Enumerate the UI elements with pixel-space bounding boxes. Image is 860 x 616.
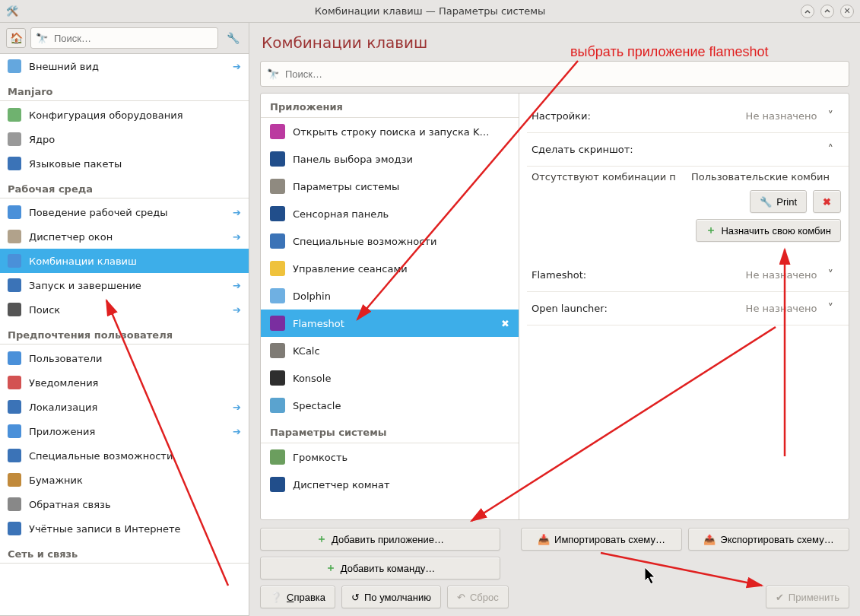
export-scheme-button[interactable]: 📤Экспортировать схему… <box>688 528 849 551</box>
app-item[interactable]: Параметры системы <box>261 173 519 200</box>
app-item[interactable]: Управление сеансами <box>261 255 519 282</box>
sidebar-item-icon <box>8 254 21 268</box>
chevron-up-icon: ˄ <box>828 143 834 157</box>
sidebar-item[interactable]: Обратная связь <box>0 492 249 516</box>
sidebar-item[interactable]: Комбинации клавиш <box>0 249 249 273</box>
window-title: Комбинации клавиш — Параметры системы <box>0 5 860 17</box>
chevron-right-icon: ➔ <box>233 280 241 291</box>
sidebar-item-label: Учётные записи в Интернете <box>29 523 241 535</box>
chevron-right-icon: ➔ <box>233 402 241 413</box>
main-search-input[interactable] <box>284 68 843 81</box>
import-scheme-button[interactable]: 📥Импортировать схему… <box>521 528 682 551</box>
sidebar-item-icon <box>8 108 21 122</box>
apply-icon: ✔ <box>776 592 784 603</box>
chevron-right-icon: ➔ <box>233 231 241 243</box>
chevron-down-icon: ˅ <box>828 302 834 316</box>
sidebar-item[interactable]: Приложения➔ <box>0 419 249 443</box>
apply-button[interactable]: ✔Применить <box>766 586 849 608</box>
app-item[interactable]: Панель выбора эмодзи <box>261 145 519 173</box>
sidebar-item-label: Запуск и завершение <box>29 280 225 291</box>
app-item-icon <box>270 206 285 221</box>
app-item-icon <box>270 449 285 465</box>
defaults-button[interactable]: ↺По умолчанию <box>341 586 441 608</box>
app-item[interactable]: Громкость <box>261 443 519 471</box>
shortcut-row[interactable]: Open launcher:Не назначено˅ <box>527 292 849 325</box>
close-icon: ✖ <box>823 196 831 208</box>
app-item[interactable]: KCalc <box>261 337 519 364</box>
app-item[interactable]: Диспетчер комнат <box>261 471 519 498</box>
sidebar-item-label: Комбинации клавиш <box>29 256 241 267</box>
sidebar-item-icon <box>8 473 21 487</box>
sidebar-item[interactable]: Локализация➔ <box>0 395 249 419</box>
sidebar-item[interactable]: Бумажник <box>0 468 249 492</box>
sidebar-search[interactable]: 🔭 <box>30 27 218 49</box>
app-item[interactable]: Открыть строку поиска и запуска K… <box>261 118 519 145</box>
sidebar-item-label: Приложения <box>29 426 225 437</box>
sidebar-item[interactable]: Внешний вид➔ <box>0 54 249 78</box>
sidebar-search-input[interactable] <box>52 32 213 45</box>
app-item-icon <box>270 477 285 492</box>
sidebar-item[interactable]: Языковые пакеты <box>0 151 249 176</box>
app-item[interactable]: Flameshot✖ <box>261 310 519 337</box>
help-icon: ❔ <box>270 592 282 603</box>
app-item[interactable]: Сенсорная панель <box>261 200 519 227</box>
sidebar-item-icon <box>8 351 21 365</box>
sidebar-settings-button[interactable]: 🔧 <box>223 28 243 48</box>
app-item-label: Панель выбора эмодзи <box>293 154 509 165</box>
print-shortcut-button[interactable]: 🔧Print <box>750 190 807 213</box>
sidebar-item[interactable]: Диспетчер окон➔ <box>0 224 249 249</box>
sidebar-item-icon <box>8 522 21 535</box>
undo-icon: ↶ <box>457 592 465 603</box>
sidebar-item-label: Поведение рабочей среды <box>29 207 225 218</box>
remove-app-button[interactable]: ✖ <box>501 318 509 329</box>
sidebar-item-icon <box>8 497 21 511</box>
shortcut-name: Настройки: <box>532 110 746 122</box>
app-item-icon <box>270 151 285 167</box>
sidebar-item[interactable]: Специальные возможности <box>0 443 249 468</box>
export-icon: 📤 <box>703 534 716 545</box>
sidebar-item-icon <box>8 59 21 73</box>
home-button[interactable]: 🏠 <box>6 28 26 48</box>
sidebar-item[interactable]: Уведомления <box>0 370 249 395</box>
app-item[interactable]: Специальные возможности <box>261 227 519 255</box>
shortcut-row[interactable]: Flameshot:Не назначено˅ <box>527 259 849 292</box>
sidebar-item-label: Языковые пакеты <box>29 158 241 170</box>
app-item-label: Flameshot <box>293 318 493 329</box>
sidebar-item-icon <box>8 449 21 462</box>
sidebar-item[interactable]: Поиск➔ <box>0 297 249 322</box>
sidebar-item-icon <box>8 132 21 146</box>
window-maximize-button[interactable] <box>820 5 834 18</box>
sidebar-item-icon <box>8 157 21 170</box>
app-item[interactable]: Spectacle <box>261 392 519 419</box>
sidebar-item[interactable]: Ядро <box>0 127 249 151</box>
sidebar-item[interactable]: Учётные записи в Интернете <box>0 516 249 541</box>
chevron-right-icon: ➔ <box>233 61 241 72</box>
add-command-button[interactable]: ＋Добавить команду… <box>260 557 500 579</box>
window-minimize-button[interactable] <box>801 5 814 18</box>
app-item[interactable]: Dolphin <box>261 282 519 310</box>
main-search[interactable]: 🔭 <box>260 61 849 87</box>
sidebar-item[interactable]: Конфигурация оборудования <box>0 103 249 127</box>
app-item-label: Spectacle <box>293 400 509 411</box>
sidebar-item[interactable]: Поведение рабочей среды➔ <box>0 200 249 224</box>
sidebar-section-header: Manjaro <box>0 78 249 101</box>
reset-button[interactable]: ↶Сброс <box>447 586 509 608</box>
app-item-label: Специальные возможности <box>293 236 509 247</box>
help-button[interactable]: ❔Справка <box>260 586 335 608</box>
add-application-button[interactable]: ＋Добавить приложение… <box>260 528 500 551</box>
shortcut-row[interactable]: Сделать скриншот:˄ <box>527 133 849 167</box>
wrench-icon: 🔧 <box>760 196 772 208</box>
app-item-label: KCalc <box>293 345 509 357</box>
assign-shortcut-button[interactable]: ＋Назначить свою комбин <box>696 219 841 242</box>
app-item-icon <box>270 179 285 194</box>
app-item[interactable]: Konsole <box>261 364 519 392</box>
sidebar-item[interactable]: Пользователи <box>0 346 249 370</box>
sidebar-item-icon <box>8 376 21 389</box>
shortcut-row[interactable]: Настройки:Не назначено˅ <box>527 100 849 133</box>
sidebar-item-label: Диспетчер окон <box>29 231 225 243</box>
window-close-button[interactable]: ✕ <box>840 5 854 18</box>
sidebar-item[interactable]: Запуск и завершение➔ <box>0 273 249 297</box>
chevron-right-icon: ➔ <box>233 304 241 316</box>
clear-shortcut-button[interactable]: ✖ <box>813 190 841 213</box>
app-item-icon <box>270 370 285 386</box>
